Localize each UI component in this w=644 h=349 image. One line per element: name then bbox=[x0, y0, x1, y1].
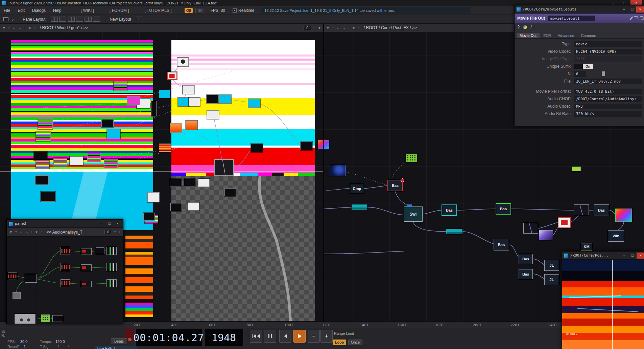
pane3-titlebar[interactable]: pane3 – □ × bbox=[7, 220, 123, 228]
node[interactable] bbox=[143, 213, 155, 221]
node[interactable] bbox=[106, 279, 117, 287]
bookmark-icon[interactable]: ★ bbox=[28, 26, 31, 30]
once-button[interactable]: Once bbox=[348, 340, 362, 345]
menu-link[interactable]: [ FORUM ] bbox=[110, 8, 129, 13]
node[interactable] bbox=[207, 110, 219, 119]
layout-preset-button[interactable] bbox=[85, 17, 92, 22]
pane-depth-field[interactable]: 0 bbox=[104, 230, 112, 234]
pane-divider[interactable] bbox=[323, 24, 324, 322]
close-icon[interactable]: × bbox=[636, 6, 644, 13]
node[interactable] bbox=[81, 281, 92, 287]
node[interactable] bbox=[574, 204, 589, 215]
node[interactable] bbox=[106, 263, 117, 271]
node[interactable] bbox=[38, 119, 53, 129]
timecode-display[interactable]: 00:01:04.27 bbox=[135, 329, 202, 346]
node[interactable] bbox=[151, 101, 157, 116]
node[interactable] bbox=[96, 247, 104, 254]
new-layout-button[interactable]: New Layout bbox=[110, 17, 131, 22]
breadcrumb-geo[interactable]: / ROOT / World / geo1 / >> bbox=[40, 25, 88, 30]
info-icon[interactable]: i bbox=[530, 25, 531, 29]
tab-advanced[interactable]: Advanced bbox=[555, 33, 577, 38]
param-value-field[interactable]: MP3 bbox=[574, 104, 642, 109]
node-km[interactable]: KM bbox=[581, 243, 592, 250]
viewer-icon[interactable]: □ bbox=[332, 26, 334, 30]
split-icon[interactable]: □ bbox=[114, 230, 116, 234]
operator-name-field[interactable]: moviefileout1 bbox=[548, 16, 595, 21]
realtime-checkbox[interactable]: × bbox=[233, 8, 237, 13]
node[interactable] bbox=[101, 119, 114, 127]
breadcrumb-audioanalisys[interactable]: << AudioAnalisys_T bbox=[47, 230, 82, 235]
node[interactable] bbox=[170, 179, 181, 187]
tsig-value-2[interactable]: 4 bbox=[68, 345, 70, 349]
node-bas[interactable]: Bas bbox=[519, 269, 533, 279]
node[interactable] bbox=[248, 99, 260, 108]
edit-icon[interactable] bbox=[629, 16, 633, 20]
viewer-icon[interactable]: □ bbox=[15, 230, 17, 234]
perform-mode-badge[interactable]: O|I bbox=[185, 8, 193, 13]
minimize-icon[interactable]: – bbox=[97, 221, 105, 227]
layout-preset-button[interactable] bbox=[59, 17, 66, 22]
node[interactable] bbox=[147, 192, 160, 202]
node[interactable] bbox=[25, 274, 37, 283]
node-bas[interactable]: Bas bbox=[494, 239, 509, 250]
node[interactable] bbox=[167, 72, 177, 80]
layout-preset-button[interactable] bbox=[93, 17, 100, 22]
node[interactable] bbox=[572, 167, 581, 171]
node[interactable] bbox=[198, 179, 210, 187]
param-value-field[interactable]: 320 kb/s bbox=[574, 111, 642, 117]
node[interactable] bbox=[61, 263, 70, 271]
node-bas[interactable]: Bas bbox=[594, 204, 609, 216]
layout-preset-button[interactable] bbox=[68, 17, 75, 22]
node[interactable] bbox=[206, 95, 218, 104]
param-value-field[interactable]: Movie bbox=[574, 41, 642, 47]
add-icon[interactable]: + bbox=[348, 26, 350, 30]
node[interactable] bbox=[81, 248, 92, 255]
node[interactable] bbox=[539, 230, 553, 240]
preview-titlebar[interactable]: /ROOT/Core/Pos... – □ × bbox=[562, 252, 644, 260]
back-icon[interactable]: ← bbox=[19, 230, 23, 234]
audio-network-pane[interactable] bbox=[7, 237, 123, 324]
node[interactable] bbox=[446, 229, 462, 234]
node-jl[interactable]: JL bbox=[544, 260, 559, 271]
tab-movie-out[interactable]: Movie Out bbox=[517, 33, 540, 38]
home-icon[interactable]: ⌂ bbox=[34, 26, 36, 30]
node[interactable] bbox=[61, 247, 70, 255]
node-bas[interactable]: Bas bbox=[496, 203, 511, 215]
forward-icon[interactable]: → bbox=[18, 26, 22, 30]
layout-preset-button[interactable] bbox=[51, 17, 58, 22]
node[interactable] bbox=[300, 141, 312, 150]
audio-icon[interactable]: ♪ bbox=[12, 17, 14, 22]
time-path-chip[interactable]: Time Path: / bbox=[95, 346, 137, 349]
pane-depth-field[interactable]: 0 bbox=[304, 26, 311, 30]
node-jl[interactable]: JL bbox=[544, 274, 559, 285]
frame-minus-button[interactable]: − bbox=[308, 330, 320, 343]
node[interactable] bbox=[406, 154, 417, 162]
node[interactable] bbox=[251, 144, 263, 152]
node-cmp[interactable]: Cmp bbox=[350, 184, 364, 193]
node[interactable] bbox=[81, 264, 92, 271]
node[interactable] bbox=[184, 179, 195, 187]
pane-menu-icon[interactable]: ▼ bbox=[9, 230, 13, 234]
node-bas[interactable]: Bas bbox=[442, 204, 457, 216]
frame-plus-button[interactable]: + bbox=[320, 330, 333, 343]
node[interactable] bbox=[114, 81, 127, 91]
node[interactable] bbox=[558, 217, 571, 228]
node[interactable] bbox=[219, 95, 231, 104]
forward-icon[interactable]: → bbox=[342, 26, 345, 30]
node[interactable] bbox=[61, 279, 70, 287]
beats-button[interactable]: Beats bbox=[111, 338, 127, 344]
menu-link[interactable]: [ TUTORIALS ] bbox=[144, 8, 171, 13]
forward-icon[interactable]: → bbox=[25, 230, 28, 234]
toggle-track[interactable] bbox=[574, 64, 583, 69]
dock-icon[interactable]: ↓ bbox=[119, 230, 120, 234]
param-value-field[interactable]: /ROOT/Control/AudioAnalisys bbox=[574, 96, 642, 102]
node[interactable] bbox=[159, 144, 171, 152]
pane-menu-icon[interactable]: ▼ bbox=[2, 26, 6, 30]
param-value-field[interactable]: 30_EbN_If Only.2.mov bbox=[574, 79, 642, 84]
minimize-icon[interactable]: – bbox=[620, 253, 628, 259]
home-icon[interactable]: ⌂ bbox=[358, 26, 360, 30]
node[interactable] bbox=[170, 203, 182, 211]
node[interactable] bbox=[41, 314, 50, 322]
node[interactable] bbox=[178, 97, 189, 106]
fps-cap-field[interactable]: 30 bbox=[195, 8, 205, 13]
